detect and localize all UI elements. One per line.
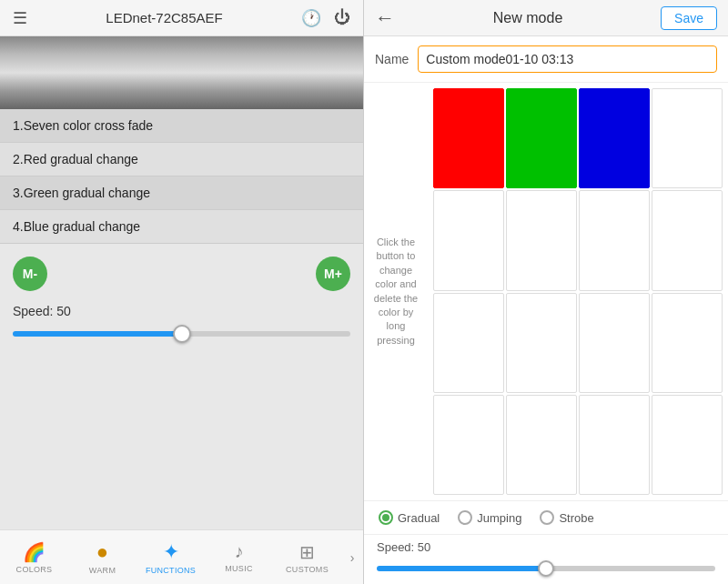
right-header: ← New mode Save xyxy=(364,0,728,36)
mode-item-4[interactable]: 4.Blue gradual change xyxy=(0,210,363,244)
mode-item-1[interactable]: 1.Seven color cross fade xyxy=(0,109,363,143)
color-cell-13[interactable] xyxy=(506,395,577,495)
music-icon: ♪ xyxy=(235,541,244,562)
mode-controls: M- M+ xyxy=(0,247,363,300)
warm-icon: ● xyxy=(96,540,108,564)
right-panel: ← New mode Save Name Click the button to… xyxy=(364,0,728,584)
colors-icon: 🌈 xyxy=(23,541,46,563)
strobe-radio-circle xyxy=(540,510,554,525)
device-title: LEDnet-72C85AEF xyxy=(106,10,222,25)
nav-more-icon[interactable]: › xyxy=(341,530,363,584)
color-cell-0[interactable] xyxy=(433,88,504,188)
right-panel-title: New mode xyxy=(493,10,562,26)
clock-icon[interactable]: 🕐 xyxy=(299,6,323,30)
mode-item-3[interactable]: 3.Green gradual change xyxy=(0,176,363,210)
nav-customs[interactable]: ⊞ CUSTOMS xyxy=(273,530,341,584)
left-spacer xyxy=(0,349,363,529)
color-cell-10[interactable] xyxy=(579,293,650,393)
nav-warm[interactable]: ● WARM xyxy=(68,530,136,584)
warm-label: WARM xyxy=(89,566,116,575)
color-cell-2[interactable] xyxy=(579,88,650,188)
gradual-label: Gradual xyxy=(398,511,440,525)
color-cell-11[interactable] xyxy=(652,293,723,393)
hint-text: Click the button to change color and del… xyxy=(371,236,420,347)
nav-music[interactable]: ♪ MUSIC xyxy=(205,530,273,584)
speed-slider[interactable] xyxy=(13,331,350,337)
bottom-nav: 🌈 COLORS ● WARM ✦ FUNCTIONS ♪ MUSIC ⊞ CU… xyxy=(0,529,363,584)
speed-label: Speed: 50 xyxy=(13,304,350,318)
music-label: MUSIC xyxy=(225,564,253,573)
jumping-label: Jumping xyxy=(477,511,521,525)
color-cell-14[interactable] xyxy=(579,395,650,495)
header-icons: 🕐 ⏻ xyxy=(299,6,352,30)
jumping-radio-circle xyxy=(458,510,472,525)
color-cell-9[interactable] xyxy=(506,293,577,393)
color-grid-area: Click the button to change color and del… xyxy=(364,83,728,500)
right-speed-label: Speed: 50 xyxy=(377,540,715,554)
color-cell-3[interactable] xyxy=(652,88,723,188)
right-speed-section: Speed: 50 xyxy=(364,534,728,584)
hint-column: Click the button to change color and del… xyxy=(364,83,428,500)
color-cell-5[interactable] xyxy=(506,190,577,290)
m-minus-button[interactable]: M- xyxy=(13,257,47,291)
gradual-radio-circle xyxy=(379,510,393,525)
customs-label: CUSTOMS xyxy=(286,565,329,574)
name-label: Name xyxy=(375,52,409,66)
nav-colors[interactable]: 🌈 COLORS xyxy=(0,530,68,584)
right-speed-slider[interactable] xyxy=(377,566,715,571)
m-plus-button[interactable]: M+ xyxy=(316,257,350,291)
color-cell-6[interactable] xyxy=(579,190,650,290)
color-cell-1[interactable] xyxy=(506,88,577,188)
option-gradual[interactable]: Gradual xyxy=(379,510,440,525)
color-cell-4[interactable] xyxy=(433,190,504,290)
mode-list: 1.Seven color cross fade 2.Red gradual c… xyxy=(0,109,363,244)
color-cell-12[interactable] xyxy=(433,395,504,495)
option-jumping[interactable]: Jumping xyxy=(458,510,521,525)
functions-label: FUNCTIONS xyxy=(146,566,196,575)
power-icon[interactable]: ⏻ xyxy=(332,6,352,30)
color-cell-7[interactable] xyxy=(652,190,723,290)
colors-label: COLORS xyxy=(16,565,53,574)
customs-icon: ⊞ xyxy=(299,541,315,563)
playback-options: Gradual Jumping Strobe xyxy=(364,500,728,534)
gradual-radio-dot xyxy=(382,514,389,521)
mode-item-2[interactable]: 2.Red gradual change xyxy=(0,143,363,176)
option-strobe[interactable]: Strobe xyxy=(540,510,593,525)
back-button[interactable]: ← xyxy=(375,6,395,30)
color-cell-8[interactable] xyxy=(433,293,504,393)
name-row: Name xyxy=(364,36,728,83)
strobe-label: Strobe xyxy=(559,511,593,525)
save-button[interactable]: Save xyxy=(661,6,717,30)
functions-icon: ✦ xyxy=(163,540,179,564)
menu-icon[interactable]: ☰ xyxy=(11,6,29,30)
left-panel: ☰ LEDnet-72C85AEF 🕐 ⏻ 1.Seven color cros… xyxy=(0,0,364,584)
gradient-preview xyxy=(0,36,363,109)
nav-functions[interactable]: ✦ FUNCTIONS xyxy=(136,530,205,584)
color-grid xyxy=(428,83,728,500)
color-cell-15[interactable] xyxy=(652,395,723,495)
name-input[interactable] xyxy=(418,45,717,73)
left-header: ☰ LEDnet-72C85AEF 🕐 ⏻ xyxy=(0,0,363,36)
speed-section: Speed: 50 xyxy=(0,300,363,349)
